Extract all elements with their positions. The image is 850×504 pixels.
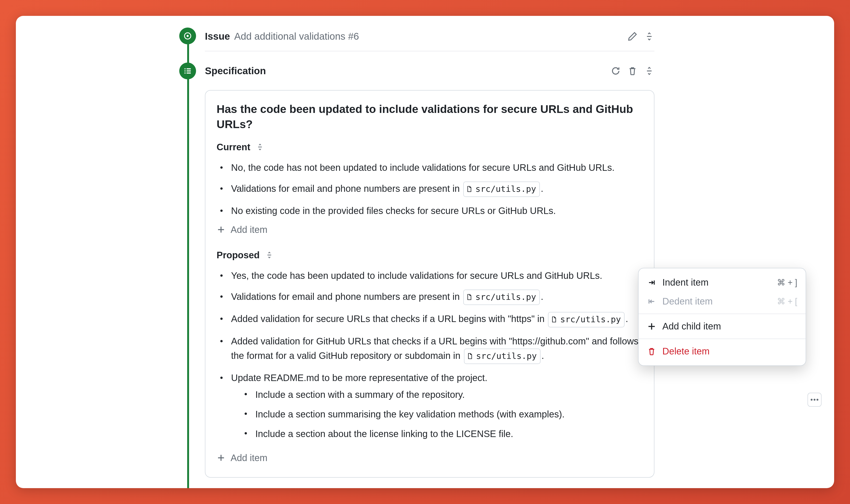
add-item-label: Add item bbox=[231, 453, 268, 463]
list-item[interactable]: Added validation for GitHub URLs that ch… bbox=[220, 334, 643, 364]
specification-question: Has the code been updated to include val… bbox=[217, 102, 643, 132]
menu-dedent-item: Dedent item ⌘ + [ bbox=[638, 292, 806, 311]
list-item[interactable]: Include a section about the license link… bbox=[245, 427, 643, 441]
issue-label: Issue bbox=[205, 31, 230, 42]
plus-icon bbox=[647, 322, 656, 331]
list-item-body: Validations for email and phone numbers … bbox=[231, 181, 643, 197]
divider bbox=[205, 51, 654, 51]
list-item[interactable]: No existing code in the provided files c… bbox=[220, 203, 643, 218]
list-item-body: Added validation for GitHub URLs that ch… bbox=[231, 334, 643, 364]
list-item[interactable]: Validations for email and phone numbers … bbox=[220, 289, 643, 305]
bullet bbox=[220, 295, 223, 298]
specification-title: Specification bbox=[205, 65, 611, 76]
bullet bbox=[220, 210, 223, 212]
specification-node-icon bbox=[179, 62, 196, 79]
list-item[interactable]: Include a section summarising the key va… bbox=[245, 407, 643, 421]
content-area: Issue Add additional validations #6 bbox=[16, 16, 834, 488]
list-item[interactable]: No, the code has not been updated to inc… bbox=[220, 160, 643, 175]
add-item-button[interactable]: Add item bbox=[217, 224, 643, 235]
file-name: src/utils.py bbox=[476, 349, 537, 363]
menu-item-label: Delete item bbox=[662, 346, 797, 357]
trash-icon bbox=[647, 347, 656, 356]
list-item-body: Yes, the code has been updated to includ… bbox=[231, 268, 643, 283]
list-item[interactable]: Validations for email and phone numbers … bbox=[220, 181, 643, 197]
app-window: Issue Add additional validations #6 bbox=[16, 16, 834, 488]
bullet bbox=[220, 377, 223, 379]
context-menu: Indent item ⌘ + ] Dedent item ⌘ + [ Add … bbox=[638, 268, 806, 366]
sub-list: Include a section with a summary of the … bbox=[231, 387, 643, 441]
issue-node-icon bbox=[179, 28, 196, 44]
timeline: Issue Add additional validations #6 bbox=[179, 28, 654, 478]
current-title: Current bbox=[217, 142, 250, 152]
menu-item-label: Indent item bbox=[662, 277, 771, 288]
add-item-button[interactable]: Add item bbox=[217, 453, 643, 463]
menu-indent-item[interactable]: Indent item ⌘ + ] bbox=[638, 273, 806, 292]
specification-row: Specification bbox=[179, 62, 654, 79]
svg-point-4 bbox=[817, 399, 818, 401]
list-item-body: Include a section summarising the key va… bbox=[255, 407, 643, 421]
list-item-body: Validations for email and phone numbers … bbox=[231, 289, 643, 305]
unfold-icon[interactable] bbox=[644, 31, 654, 41]
indent-icon bbox=[647, 278, 656, 287]
issue-header: Issue Add additional validations #6 bbox=[205, 28, 654, 47]
bullet bbox=[220, 274, 223, 277]
add-item-label: Add item bbox=[231, 224, 268, 235]
list-item-body: Added validation for secure URLs that ch… bbox=[231, 311, 643, 327]
current-list: No, the code has not been updated to inc… bbox=[217, 160, 643, 218]
list-item[interactable]: Include a section with a summary of the … bbox=[245, 387, 643, 402]
bullet bbox=[245, 413, 247, 415]
file-chip[interactable]: src/utils.py bbox=[463, 182, 540, 197]
bullet bbox=[220, 187, 223, 190]
list-item-body: Update README.md to be more representati… bbox=[231, 371, 643, 446]
list-item[interactable]: Yes, the code has been updated to includ… bbox=[220, 268, 643, 283]
file-name: src/utils.py bbox=[475, 182, 536, 196]
bullet bbox=[220, 318, 223, 320]
edit-icon[interactable] bbox=[627, 31, 638, 41]
file-chip[interactable]: src/utils.py bbox=[548, 312, 625, 327]
svg-point-3 bbox=[814, 399, 815, 401]
list-item-body: Include a section about the license link… bbox=[255, 427, 643, 441]
unfold-icon[interactable] bbox=[644, 66, 654, 76]
specification-header: Specification bbox=[205, 65, 654, 76]
more-button[interactable] bbox=[808, 393, 821, 407]
list-item-body: Include a section with a summary of the … bbox=[255, 387, 643, 402]
issue-title[interactable]: Add additional validations #6 bbox=[234, 31, 359, 42]
refresh-icon[interactable] bbox=[611, 66, 621, 76]
current-section-title: Current bbox=[217, 142, 643, 152]
menu-item-label: Dedent item bbox=[662, 296, 771, 307]
file-name: src/utils.py bbox=[560, 313, 621, 326]
menu-item-shortcut: ⌘ + [ bbox=[777, 296, 797, 306]
unfold-icon[interactable] bbox=[266, 251, 273, 259]
file-name: src/utils.py bbox=[475, 290, 536, 304]
dedent-icon bbox=[647, 297, 656, 306]
list-item-body: No existing code in the provided files c… bbox=[231, 203, 643, 218]
menu-separator bbox=[638, 313, 806, 314]
bullet bbox=[220, 166, 223, 169]
menu-item-label: Add child item bbox=[662, 321, 797, 331]
svg-point-2 bbox=[811, 399, 813, 401]
menu-add-child-item[interactable]: Add child item bbox=[638, 317, 806, 336]
menu-separator bbox=[638, 339, 806, 339]
bullet bbox=[245, 393, 247, 395]
trash-icon[interactable] bbox=[627, 66, 638, 76]
specification-actions bbox=[611, 66, 654, 76]
svg-point-1 bbox=[187, 35, 189, 37]
issue-actions bbox=[627, 31, 654, 41]
bullet bbox=[220, 340, 223, 342]
timeline-line bbox=[187, 41, 189, 488]
list-item[interactable]: Added validation for secure URLs that ch… bbox=[220, 311, 643, 327]
menu-item-shortcut: ⌘ + ] bbox=[777, 278, 797, 287]
file-chip[interactable]: src/utils.py bbox=[463, 290, 540, 305]
list-item[interactable]: Update README.md to be more representati… bbox=[220, 371, 643, 446]
proposed-section-title: Proposed bbox=[217, 250, 643, 260]
proposed-list: Yes, the code has been updated to includ… bbox=[217, 268, 643, 446]
list-item-body: No, the code has not been updated to inc… bbox=[231, 160, 643, 175]
specification-card: Has the code been updated to include val… bbox=[205, 90, 654, 478]
menu-delete-item[interactable]: Delete item bbox=[638, 342, 806, 361]
unfold-icon[interactable] bbox=[256, 143, 264, 151]
issue-row: Issue Add additional validations #6 bbox=[179, 28, 654, 47]
proposed-title: Proposed bbox=[217, 250, 259, 260]
bullet bbox=[245, 432, 247, 434]
file-chip[interactable]: src/utils.py bbox=[464, 348, 541, 364]
